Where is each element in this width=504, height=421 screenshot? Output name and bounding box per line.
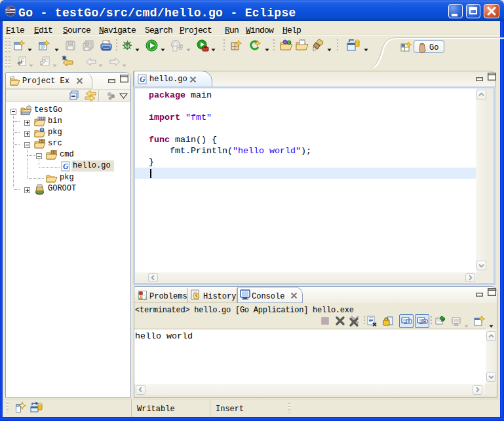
svg-text:G: G bbox=[140, 75, 145, 84]
svg-text:G: G bbox=[63, 162, 69, 171]
svg-text:010: 010 bbox=[39, 117, 45, 120]
